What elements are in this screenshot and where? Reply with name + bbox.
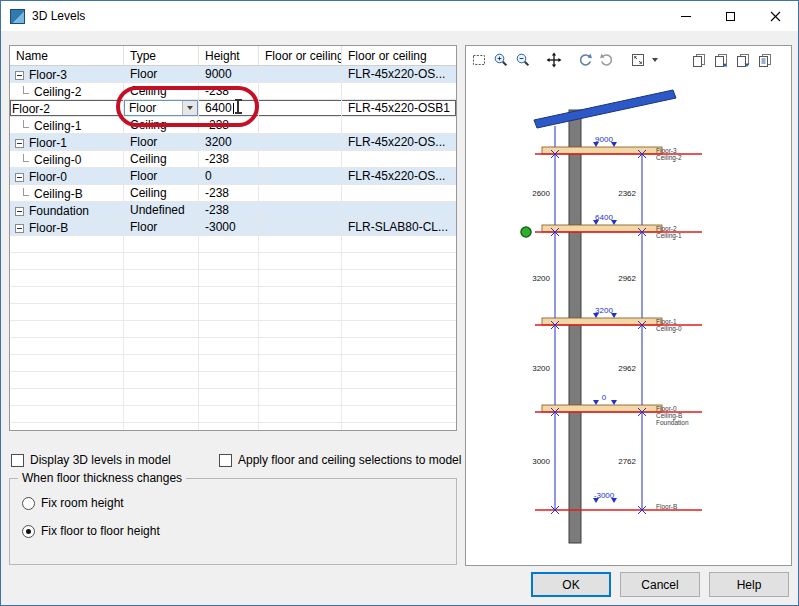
column-header-name[interactable]: Name: [10, 46, 124, 65]
collapse-icon[interactable]: [15, 173, 24, 182]
height-edit-cell[interactable]: 6400: [199, 100, 259, 116]
cancel-button[interactable]: Cancel: [620, 572, 700, 597]
name-cell[interactable]: Ceiling-B: [10, 185, 124, 201]
name-cell[interactable]: Ceiling-1: [10, 117, 124, 133]
table-row-floor-2-editing[interactable]: Floor-2 Floor 6400 FLR-45x220-OSB1: [10, 100, 456, 117]
type-cell[interactable]: Floor: [124, 100, 199, 116]
name-cell[interactable]: Floor-0: [10, 168, 124, 184]
copy-page-up-button[interactable]: [710, 49, 732, 71]
table-row-ceiling-2[interactable]: Ceiling-2 Ceiling -238: [10, 83, 456, 100]
collapse-icon[interactable]: [15, 71, 24, 80]
zoom-options-dropdown-button[interactable]: [649, 49, 661, 71]
type-cell[interactable]: Undefined: [124, 202, 199, 218]
name-cell[interactable]: Foundation: [10, 202, 124, 218]
type-cell[interactable]: Ceiling: [124, 151, 199, 167]
floor-ceiling-sel-cell[interactable]: [259, 219, 342, 235]
floor-ceiling-cell[interactable]: [342, 117, 456, 133]
name-cell[interactable]: Floor-1: [10, 134, 124, 150]
name-cell[interactable]: Ceiling-0: [10, 151, 124, 167]
height-cell[interactable]: -238: [199, 83, 259, 99]
floor-ceiling-sel-cell[interactable]: [259, 185, 342, 201]
name-cell[interactable]: Floor-B: [10, 219, 124, 235]
combobox-dropdown-button[interactable]: [182, 101, 197, 115]
type-cell[interactable]: Floor: [124, 168, 199, 184]
floor-ceiling-sel-cell[interactable]: [259, 134, 342, 150]
type-cell[interactable]: Ceiling: [124, 117, 199, 133]
height-cell[interactable]: -238: [199, 202, 259, 218]
checkbox-display-3d-levels[interactable]: Display 3D levels in model: [11, 452, 171, 468]
zoom-out-button[interactable]: [512, 49, 534, 71]
floor-ceiling-cell[interactable]: [342, 202, 456, 218]
floor-ceiling-cell[interactable]: [342, 151, 456, 167]
table-row-ceiling-0[interactable]: Ceiling-0 Ceiling -238: [10, 151, 456, 168]
column-header-floor-or-ceiling[interactable]: Floor or ceiling: [342, 46, 456, 65]
floor-ceiling-sel-cell[interactable]: [259, 151, 342, 167]
floor-ceiling-sel-cell[interactable]: [259, 100, 342, 116]
radio-fix-floor-to-floor-height[interactable]: Fix floor to floor height: [22, 524, 160, 538]
floor-ceiling-sel-cell[interactable]: [259, 202, 342, 218]
empty-table-area[interactable]: [10, 236, 456, 431]
zoom-extents-button[interactable]: [627, 49, 649, 71]
name-cell[interactable]: Floor-3: [10, 66, 124, 82]
height-cell[interactable]: -238: [199, 117, 259, 133]
floor-ceiling-sel-cell[interactable]: [259, 66, 342, 82]
collapse-icon[interactable]: [15, 139, 24, 148]
marquee-select-button[interactable]: [468, 49, 490, 71]
type-cell[interactable]: Ceiling: [124, 83, 199, 99]
rotate-cw-button[interactable]: [596, 49, 618, 71]
maximize-button[interactable]: [708, 1, 753, 31]
column-header-type[interactable]: Type: [124, 46, 199, 65]
height-cell[interactable]: 0: [199, 168, 259, 184]
checkbox-icon[interactable]: [219, 454, 232, 467]
column-header-floor-or-ceiling-sel[interactable]: Floor or ceiling...: [259, 46, 342, 65]
collapse-icon[interactable]: [15, 224, 24, 233]
table-row-ceiling-b[interactable]: Ceiling-B Ceiling -238: [10, 185, 456, 202]
floor-ceiling-sel-cell[interactable]: [259, 117, 342, 133]
table-row-floor-3[interactable]: Floor-3 Floor 9000 FLR-45x220-OS...: [10, 66, 456, 83]
name-cell[interactable]: Ceiling-2: [10, 83, 124, 99]
type-cell[interactable]: Ceiling: [124, 185, 199, 201]
floor-ceiling-cell[interactable]: [342, 83, 456, 99]
height-cell[interactable]: -238: [199, 185, 259, 201]
height-cell[interactable]: 9000: [199, 66, 259, 82]
current-level-marker[interactable]: [521, 227, 531, 237]
checkbox-apply-selections[interactable]: Apply floor and ceiling selections to mo…: [219, 452, 461, 468]
table-row-floor-0[interactable]: Floor-0 Floor 0 FLR-45x220-OS...: [10, 168, 456, 185]
zoom-in-button[interactable]: [490, 49, 512, 71]
table-row-foundation[interactable]: Foundation Undefined -238: [10, 202, 456, 219]
floor-ceiling-cell[interactable]: FLR-SLAB80-CL...: [342, 219, 456, 235]
type-cell[interactable]: Floor: [124, 66, 199, 82]
collapse-icon[interactable]: [15, 207, 24, 216]
floor-ceiling-cell[interactable]: FLR-45x220-OS...: [342, 168, 456, 184]
minimize-button[interactable]: [663, 1, 708, 31]
floor-ceiling-cell[interactable]: FLR-45x220-OS...: [342, 66, 456, 82]
ok-button[interactable]: OK: [531, 572, 611, 597]
column-header-height[interactable]: Height: [199, 46, 259, 65]
close-button[interactable]: [753, 1, 798, 31]
height-cell[interactable]: -238: [199, 151, 259, 167]
copy-pages-button[interactable]: [688, 49, 710, 71]
radio-fix-room-height[interactable]: Fix room height: [22, 496, 124, 510]
type-cell[interactable]: Floor: [124, 134, 199, 150]
table-row-ceiling-1[interactable]: Ceiling-1 Ceiling -238: [10, 117, 456, 134]
radio-icon[interactable]: [22, 497, 35, 510]
checkbox-icon[interactable]: [11, 454, 24, 467]
paste-pages-button[interactable]: [754, 49, 776, 71]
preview-panel[interactable]: 9000 6400 3200 0 -3000 2600 3200 3200 30…: [465, 45, 792, 566]
table-row-floor-1[interactable]: Floor-1 Floor 3200 FLR-45x220-OS...: [10, 134, 456, 151]
rotate-ccw-button[interactable]: [574, 49, 596, 71]
radio-selected-icon[interactable]: [22, 525, 35, 538]
floor-ceiling-sel-cell[interactable]: [259, 83, 342, 99]
floor-ceiling-cell[interactable]: FLR-45x220-OS...: [342, 134, 456, 150]
titlebar[interactable]: 3D Levels: [1, 1, 798, 31]
name-cell[interactable]: Floor-2: [10, 100, 124, 116]
height-cell[interactable]: 3200: [199, 134, 259, 150]
pan-button[interactable]: [543, 49, 565, 71]
type-cell[interactable]: Floor: [124, 219, 199, 235]
copy-page-down-button[interactable]: [732, 49, 754, 71]
floor-ceiling-sel-cell[interactable]: [259, 168, 342, 184]
floor-ceiling-cell[interactable]: FLR-45x220-OSB1: [342, 100, 456, 116]
type-combobox[interactable]: Floor: [124, 100, 198, 116]
table-row-floor-b[interactable]: Floor-B Floor -3000 FLR-SLAB80-CL...: [10, 219, 456, 236]
help-button[interactable]: Help: [709, 572, 789, 597]
